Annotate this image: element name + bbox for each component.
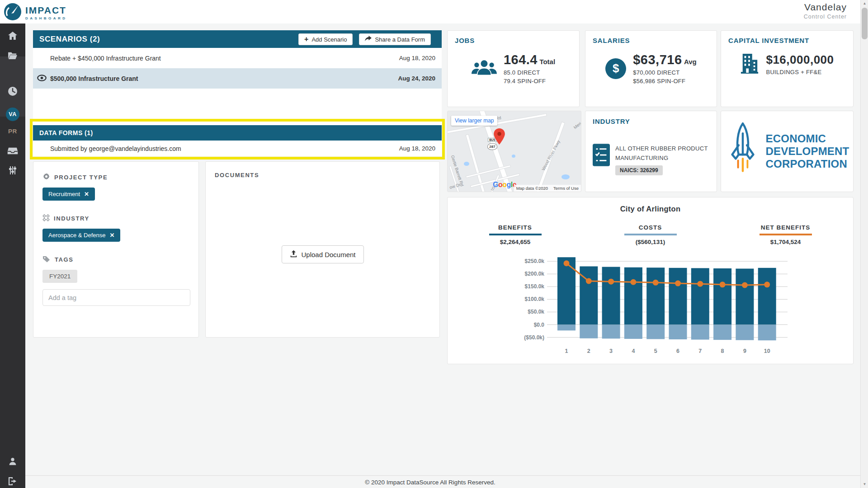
map-attribution: Map data ©2020: [516, 186, 548, 191]
scenarios-header: SCENARIOS (2) + Add Scenario Share a Dat…: [33, 30, 442, 48]
svg-text:1: 1: [565, 348, 568, 354]
sliders-icon: [8, 166, 17, 177]
jobs-title: JOBS: [455, 37, 572, 44]
data-forms-header: DATA FORMS (1): [33, 125, 442, 141]
dollar-icon: $: [605, 58, 626, 79]
scenario-name: Rebate + $450,000 Infrastructure Grant: [50, 55, 161, 62]
checklist-icon: [593, 144, 610, 175]
svg-text:$50.0k: $50.0k: [528, 309, 544, 315]
app-logo[interactable]: IMPACT DASHBOARD: [4, 3, 67, 23]
upload-document-button[interactable]: Upload Document: [281, 245, 363, 263]
sidebar-avatar[interactable]: VA: [0, 108, 25, 121]
scenario-date: Aug 24, 2020: [398, 75, 435, 82]
svg-text:3: 3: [609, 348, 613, 354]
svg-text:($50.0k): ($50.0k): [524, 334, 544, 341]
svg-text:10: 10: [764, 348, 770, 354]
road-label: Wood River Pkwy: [541, 139, 561, 171]
google-logo[interactable]: Google: [493, 181, 516, 189]
data-form-row[interactable]: Submitted by george@vandelayindustries.c…: [33, 141, 442, 156]
capital-sub: BUILDINGS + FF&E: [766, 69, 834, 75]
industry-name-line2: MANUFACTURING: [615, 153, 708, 163]
industry-card: INDUSTRY ALL OTHER RUBBER PRODUCT MANUFA…: [585, 111, 717, 192]
add-tag-input[interactable]: [42, 289, 190, 306]
scroll-down-icon[interactable]: ▼: [861, 481, 868, 488]
net-benefits-summary: NET BENEFITS $1,704,524: [718, 223, 853, 245]
benefits-underline: [489, 234, 542, 235]
org-name: Vandelay: [804, 2, 847, 13]
eye-icon[interactable]: [37, 75, 47, 83]
benefits-summary: BENEFITS $2,264,655: [448, 223, 583, 245]
remove-tag-icon[interactable]: ✕: [109, 232, 114, 239]
scroll-up-icon[interactable]: ▲: [861, 0, 868, 7]
capital-title: CAPITAL INVESTMENT: [728, 37, 846, 44]
tag-fy2021[interactable]: FY2021: [42, 270, 77, 283]
benefits-value: $2,264,655: [448, 239, 583, 245]
svg-text:$200.0k: $200.0k: [525, 271, 545, 277]
sign-out-icon: [8, 477, 18, 488]
terms-of-use-link[interactable]: Terms of Use: [553, 186, 579, 191]
footer-copyright: © 2020 Impact DataSource All Rights Rese…: [0, 479, 860, 486]
sidebar-item-home[interactable]: [0, 31, 25, 42]
home-icon: [8, 31, 18, 42]
benefits-costs-chart: $250.0k$200.0k$150.0k$100.0k$50.0k$0.0($…: [511, 251, 805, 358]
remove-tag-icon[interactable]: ✕: [84, 191, 89, 197]
salaries-direct: $70,000 DIRECT: [633, 69, 697, 76]
inbox-tray-icon: [7, 147, 18, 157]
sidebar-item-project-pr[interactable]: PR: [0, 128, 25, 135]
svg-text:$100.0k: $100.0k: [525, 296, 545, 302]
scenario-name: $500,000 Infrastructure Grant: [50, 75, 138, 82]
scenarios-title: SCENARIOS (2): [39, 35, 100, 44]
costs-summary: COSTS ($560,131): [583, 223, 718, 245]
gauge-logo-icon: [4, 3, 22, 23]
add-scenario-button[interactable]: + Add Scenario: [298, 33, 353, 45]
benefits-chart-card: City of Arlington BENEFITS $2,264,655 CO…: [447, 197, 854, 364]
building-icon: [740, 52, 759, 76]
data-form-date: Aug 18, 2020: [399, 145, 435, 152]
costs-value: ($560,131): [583, 239, 718, 245]
upload-icon: [289, 250, 297, 259]
project-attributes-panel: PROJECT TYPE Recruitment ✕ INDUSTRY Aero…: [33, 161, 199, 338]
svg-text:$150.0k: $150.0k: [525, 283, 545, 290]
top-bar: IMPACT DASHBOARD Vandelay Control Center: [0, 0, 860, 23]
scenario-date: Aug 18, 2020: [399, 55, 435, 61]
sidebar-item-settings[interactable]: [0, 166, 25, 177]
svg-text:8: 8: [721, 348, 724, 354]
scenarios-panel: SCENARIOS (2) + Add Scenario Share a Dat…: [33, 30, 442, 156]
sidebar-item-inbox[interactable]: [0, 147, 25, 157]
capital-investment-card: CAPITAL INVESTMENT $16,000,000 BUILDINGS…: [721, 30, 854, 107]
chart-title: City of Arlington: [448, 205, 853, 213]
view-larger-map-link[interactable]: View larger map: [451, 116, 497, 126]
org-subtitle: Control Center: [804, 14, 847, 20]
sidebar-item-projects[interactable]: [0, 52, 25, 61]
scrollbar-thumb[interactable]: [862, 8, 868, 39]
project-type-tag[interactable]: Recruitment ✕: [42, 188, 95, 201]
jobs-total: 164.4: [504, 52, 538, 67]
footer-divider: [25, 475, 860, 476]
scenario-row[interactable]: Rebate + $450,000 Infrastructure Grant A…: [33, 48, 442, 68]
industry-card-title: INDUSTRY: [593, 117, 709, 125]
sidebar-item-history[interactable]: [0, 86, 25, 98]
page-scrollbar[interactable]: ▲ ▼: [860, 0, 868, 488]
people-icon: [472, 59, 497, 79]
share-data-form-button[interactable]: Share a Data Form: [359, 33, 431, 45]
jobs-spinoff: 79.4 SPIN-OFF: [504, 78, 555, 84]
svg-text:9: 9: [743, 348, 746, 354]
tags-heading: TAGS: [42, 255, 189, 264]
sidebar-item-logout[interactable]: [0, 477, 25, 488]
clock-icon: [8, 86, 18, 98]
road-label: ow Dr: [449, 182, 461, 190]
scenario-row-active[interactable]: $500,000 Infrastructure Grant Aug 24, 20…: [33, 68, 442, 89]
jobs-total-label: Total: [539, 58, 555, 66]
svg-text:6: 6: [676, 348, 679, 354]
plus-icon: +: [304, 36, 308, 43]
salaries-card: SALARIES $ $63,716 Avg $70,000 DIRECT $5…: [585, 30, 717, 107]
logo-subtitle: DASHBOARD: [25, 16, 67, 20]
svg-text:4: 4: [632, 348, 635, 354]
industry-tag[interactable]: Aerospace & Defense ✕: [42, 229, 120, 242]
svg-text:2: 2: [587, 348, 590, 354]
sidebar-item-account[interactable]: [0, 456, 25, 468]
location-map[interactable]: dson-Wyatt Rd Gertie Barrett Rd Wood Riv…: [447, 111, 581, 192]
salaries-avg-label: Avg: [684, 58, 697, 66]
map-pin-icon[interactable]: [494, 128, 505, 146]
user-avatar[interactable]: VA: [6, 108, 19, 121]
